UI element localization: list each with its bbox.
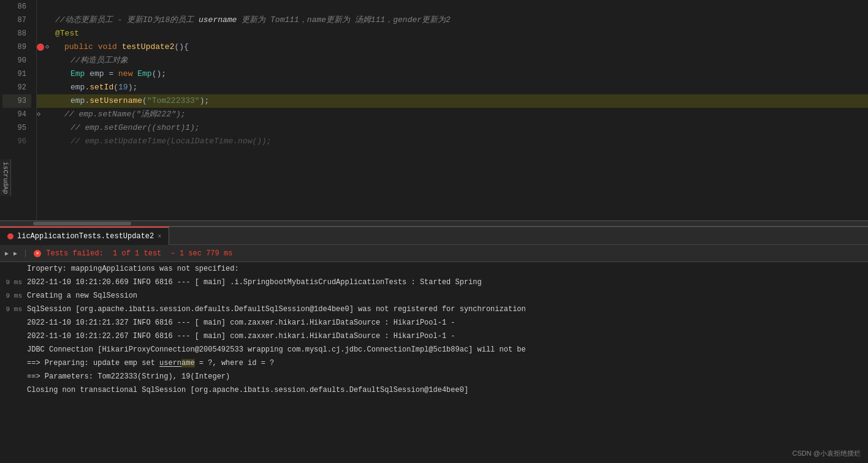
console-line-2: 9 ms 2022-11-10 10:21:20.669 INFO 6816 -… — [0, 276, 868, 289]
test-fail-label: Tests failed: 1 of 1 test – 1 sec 779 ms — [46, 249, 232, 258]
code-editor: isCrudAp 86 87 88 89 90 91 92 93 94 95 9… — [0, 0, 868, 220]
code-line-92: emp.setId(19); — [37, 81, 868, 94]
console-line-9: ==> Parameters: Tom222333(String), 19(In… — [0, 370, 868, 383]
breakpoint-icon — [37, 43, 44, 51]
code-line-91: Emp emp = new Emp(); — [37, 67, 868, 81]
active-tab[interactable]: licApplicationTests.testUpdate2 × — [0, 227, 169, 245]
code-line-90: //构造员工对象 — [37, 54, 868, 67]
run-icon-2[interactable]: ▶ — [13, 250, 17, 257]
console-line-5: 2022-11-10 10:21:21.327 INFO 6816 --- [ … — [0, 316, 868, 329]
console-line-10: Closing non transactional SqlSession [or… — [0, 383, 868, 397]
line-num-86: 86 — [2, 0, 31, 13]
console-line-3: 9 ms Creating a new SqlSession — [0, 289, 868, 303]
code-line-88: @Test — [37, 27, 868, 40]
console-line-7: JDBC Connection [HikariProxyConnection@2… — [0, 343, 868, 356]
line-num-89: 89 — [2, 40, 31, 54]
code-content: //动态更新员工 - 更新ID为18的员工 username 更新为 Tom11… — [37, 0, 868, 220]
line-num-90: 90 — [2, 54, 31, 67]
line-num-93: 93 — [2, 94, 31, 108]
line-num-88: 88 — [2, 27, 31, 40]
line-icons-94: ◇ — [37, 108, 63, 121]
bookmark-icon-89: ◇ — [45, 40, 49, 54]
code-line-89: ◇ public void testUpdate2(){ — [37, 40, 868, 54]
scroll-thumb[interactable] — [33, 222, 131, 225]
line-num-94: 94 — [2, 108, 31, 121]
tab-bar: licApplicationTests.testUpdate2 × — [0, 227, 868, 245]
console-line-4: 9 ms SqlSession [org.apache.ibatis.sessi… — [0, 303, 868, 316]
sidebar-label: isCrudAp — [0, 159, 11, 196]
line-num-91: 91 — [2, 67, 31, 81]
console-line-6: 2022-11-10 10:21:22.267 INFO 6816 --- [ … — [0, 329, 868, 343]
code-line-86 — [37, 0, 868, 13]
run-icon[interactable]: ▶ — [5, 250, 9, 257]
main-container: isCrudAp 86 87 88 89 90 91 92 93 94 95 9… — [0, 0, 868, 463]
horizontal-scrollbar[interactable] — [0, 220, 868, 227]
line-num-87: 87 — [2, 13, 31, 27]
watermark: CSDN @小袁拒绝摆烂 — [793, 449, 861, 458]
tab-error-icon — [7, 233, 13, 239]
tab-label: licApplicationTests.testUpdate2 — [17, 232, 154, 241]
console-area: Iroperty: mappingApplications was not sp… — [0, 262, 868, 463]
console-line-8: ==> Preparing: update emp set username =… — [0, 356, 868, 370]
line-num-96: 96 — [2, 135, 31, 148]
bookmark-icon-94: ◇ — [37, 108, 40, 121]
console-line-1: Iroperty: mappingApplications was not sp… — [0, 262, 868, 276]
code-line-94: ◇ // emp.setName("汤姆222"); — [37, 108, 868, 121]
code-line-96: // emp.setUpdateTime(LocalDateTime.now()… — [37, 135, 868, 148]
tab-close-button[interactable]: × — [158, 233, 161, 240]
fail-icon: ✕ — [34, 250, 41, 257]
line-num-92: 92 — [2, 81, 31, 94]
code-line-95: // emp.setGender((short)1); — [37, 121, 868, 135]
code-line-93: emp.setUsername("Tom222333"); — [37, 94, 868, 108]
test-bar: ▶ ▶ | ✕ Tests failed: 1 of 1 test – 1 se… — [0, 245, 868, 262]
code-line-87: //动态更新员工 - 更新ID为18的员工 username 更新为 Tom11… — [37, 13, 868, 27]
line-num-95: 95 — [2, 121, 31, 135]
line-icons-89: ◇ — [37, 40, 63, 54]
